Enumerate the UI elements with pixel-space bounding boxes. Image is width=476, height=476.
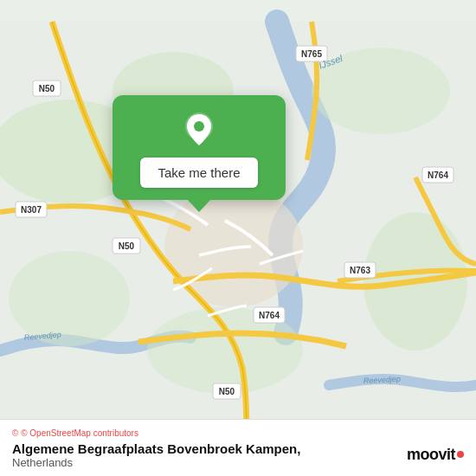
svg-text:N765: N765 — [301, 49, 322, 59]
location-country: Netherlands — [12, 456, 464, 469]
take-me-there-button[interactable]: Take me there — [140, 158, 257, 188]
map-container: N50 N307 N50 N764 N50 N764 N763 N765 IJs… — [0, 0, 476, 476]
svg-text:N50: N50 — [119, 241, 135, 251]
location-card: Take me there — [113, 95, 286, 200]
svg-text:N763: N763 — [350, 266, 370, 275]
svg-text:N764: N764 — [259, 311, 280, 320]
location-pin-icon — [180, 111, 218, 149]
moovit-logo: moovit — [407, 446, 464, 464]
copyright-symbol: © — [12, 428, 18, 438]
moovit-brand-text: moovit — [407, 446, 455, 464]
svg-point-28 — [194, 121, 204, 132]
moovit-dot-icon — [457, 451, 464, 458]
svg-text:N764: N764 — [428, 170, 448, 180]
map-attribution: © © OpenStreetMap contributors — [12, 428, 464, 438]
bottom-bar: © © OpenStreetMap contributors Algemene … — [0, 419, 476, 476]
svg-text:N50: N50 — [219, 387, 235, 396]
svg-text:N307: N307 — [21, 205, 42, 215]
location-name: Algemene Begraafplaats Bovenbroek Kampen… — [12, 441, 464, 456]
svg-point-5 — [9, 251, 130, 346]
attribution-text: © OpenStreetMap contributors — [21, 428, 138, 438]
svg-text:N50: N50 — [39, 84, 55, 93]
